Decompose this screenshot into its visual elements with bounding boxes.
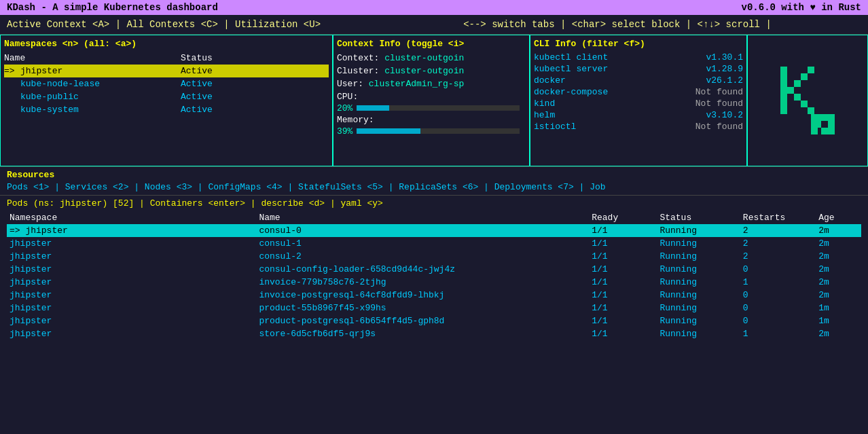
- pod-ready: 1/1: [589, 302, 657, 314]
- table-row[interactable]: jhipster consul-2 1/1 Running 2 2m: [7, 250, 861, 263]
- svg-rect-0: [780, 67, 787, 73]
- ns-table-header: Name Status: [4, 52, 329, 65]
- ctx-cluster-label: Cluster:: [337, 66, 384, 76]
- pod-ready: 1/1: [589, 237, 657, 250]
- pod-name: product-55b8967f45-x99hs: [256, 302, 589, 314]
- cli-tool-version: v26.1.2: [706, 75, 743, 86]
- cli-tool-version: v3.10.2: [706, 110, 743, 120]
- ns-row-arrow: [4, 105, 20, 115]
- cli-tool-name: kubectl client: [534, 52, 608, 62]
- svg-rect-20: [828, 128, 835, 134]
- cli-tool-version: Not found: [695, 87, 743, 97]
- pod-namespace: jhipster: [7, 302, 256, 314]
- ctx-mem-progress-bg: [357, 128, 520, 134]
- ns-row[interactable]: kube-public Active: [4, 90, 329, 103]
- ctx-user-row: User: clusterAdmin_rg-sp: [337, 77, 526, 90]
- ns-row-name: kube-node-lease: [20, 79, 181, 89]
- ctx-context-value: cluster-outgoin: [384, 53, 464, 63]
- pod-name: product-postgresql-6b654ff4d5-gph8d: [256, 314, 589, 327]
- cli-tool-name: istioctl: [534, 122, 576, 132]
- pods-header-bar: Pods (ns: jhipster) [52] | Containers <e…: [7, 198, 861, 209]
- cli-tool-name: docker-compose: [534, 87, 608, 97]
- cli-tool-version: v1.30.1: [706, 52, 743, 62]
- pod-age: 1m: [816, 302, 861, 314]
- pod-status: Running: [657, 276, 740, 289]
- pod-ready: 1/1: [589, 276, 657, 289]
- table-row[interactable]: jhipster consul-1 1/1 Running 2 2m: [7, 237, 861, 250]
- pod-restarts: 0: [740, 289, 816, 302]
- ns-row-status: Active: [181, 66, 329, 76]
- pod-namespace: jhipster: [7, 250, 256, 263]
- pod-ready: 1/1: [589, 327, 657, 340]
- pod-ready: 1/1: [589, 263, 657, 276]
- ns-row[interactable]: kube-system Active: [4, 103, 329, 116]
- svg-rect-2: [780, 80, 787, 87]
- pod-status: Running: [657, 263, 740, 276]
- table-row[interactable]: jhipster store-6d5cfb6df5-qrj9s 1/1 Runn…: [7, 327, 861, 340]
- ns-row[interactable]: => jhipster Active: [4, 65, 329, 77]
- ctx-cpu-progress-bg: [357, 105, 520, 111]
- svg-rect-3: [780, 87, 787, 94]
- cli-tool-name: helm: [534, 110, 555, 120]
- pod-status: Running: [657, 327, 740, 340]
- pod-status: Running: [657, 314, 740, 327]
- ctx-mem-label: Memory:: [337, 115, 374, 125]
- pod-restarts: 1: [740, 327, 816, 340]
- svg-rect-18: [828, 114, 835, 121]
- table-row[interactable]: jhipster product-postgresql-6b654ff4d5-g…: [7, 314, 861, 327]
- svg-rect-21: [811, 114, 818, 134]
- pod-namespace: => jhipster: [7, 224, 256, 237]
- svg-rect-6: [780, 107, 787, 114]
- cli-tool-name: docker: [534, 75, 566, 86]
- cli-row: helm v3.10.2: [534, 109, 743, 121]
- table-row[interactable]: jhipster invoice-postgresql-64cf8dfdd9-l…: [7, 289, 861, 302]
- svg-rect-16: [821, 114, 828, 121]
- table-row[interactable]: jhipster product-55b8967f45-x99hs 1/1 Ru…: [7, 302, 861, 314]
- ns-row-name: kube-public: [20, 92, 181, 102]
- ns-row-arrow: [4, 92, 20, 102]
- pods-col-namespace: Namespace: [7, 211, 256, 224]
- menu-bar[interactable]: Active Context <A> | All Contexts <C> | …: [0, 15, 868, 35]
- pods-section: Pods (ns: jhipster) [52] | Containers <e…: [0, 196, 868, 340]
- namespaces-panel[interactable]: Namespaces <n> (all: <a>) Name Status =>…: [0, 35, 333, 166]
- pod-name: consul-config-loader-658cd9d44c-jwj4z: [256, 263, 589, 276]
- ns-row[interactable]: kube-node-lease Active: [4, 77, 329, 90]
- cli-panel: CLI Info (filter <f>) kubectl client v1.…: [530, 35, 747, 166]
- pod-name: consul-2: [256, 250, 589, 263]
- table-row[interactable]: jhipster consul-config-loader-658cd9d44c…: [7, 263, 861, 276]
- pod-age: 2m: [816, 263, 861, 276]
- logo-panel: [747, 35, 868, 166]
- kdash-logo: [774, 63, 842, 138]
- cli-rows-container: kubectl client v1.30.1 kubectl server v1…: [534, 52, 743, 132]
- pod-age: 2m: [816, 237, 861, 250]
- resources-header: Resources Pods <1> | Services <2> | Node…: [0, 167, 868, 196]
- ctx-user-value: clusterAdmin_rg-sp: [369, 79, 464, 89]
- table-row[interactable]: => jhipster consul-0 1/1 Running 2 2m: [7, 224, 861, 237]
- ctx-cpu-label-row: CPU:: [337, 90, 526, 103]
- namespaces-table: Name Status => jhipster Active kube-node…: [4, 52, 329, 116]
- ns-row-status: Active: [181, 92, 329, 102]
- pods-table-body: => jhipster consul-0 1/1 Running 2 2m jh…: [7, 224, 861, 340]
- table-row[interactable]: jhipster invoice-779b758c76-2tjhg 1/1 Ru…: [7, 276, 861, 289]
- pod-restarts: 0: [740, 302, 816, 314]
- ns-rows-container: => jhipster Active kube-node-lease Activ…: [4, 65, 329, 116]
- cli-tool-version: Not found: [695, 122, 743, 132]
- svg-rect-17: [821, 128, 828, 134]
- svg-rect-1: [780, 73, 787, 80]
- pods-col-name: Name: [256, 211, 589, 224]
- pod-age: 2m: [816, 224, 861, 237]
- ctx-cluster-value: cluster-outgoin: [384, 66, 464, 76]
- svg-rect-7: [787, 87, 794, 94]
- ctx-cpu-label: CPU:: [337, 92, 358, 102]
- menu-items[interactable]: Active Context <A> | All Contexts <C> | …: [7, 19, 321, 30]
- resource-tabs[interactable]: Pods <1> | Services <2> | Nodes <3> | Co…: [7, 182, 861, 192]
- pods-header-row: Namespace Name Ready Status Restarts Age: [7, 211, 861, 224]
- ns-col-status: Status: [181, 53, 329, 63]
- cli-title: CLI Info (filter <f>): [534, 39, 743, 49]
- ns-row-status: Active: [181, 79, 329, 89]
- version-info: v0.6.0 with ♥ in Rust: [742, 2, 861, 13]
- cli-tool-name: kind: [534, 98, 555, 109]
- pods-col-restarts: Restarts: [740, 211, 816, 224]
- pod-age: 2m: [816, 289, 861, 302]
- pod-status: Running: [657, 224, 740, 237]
